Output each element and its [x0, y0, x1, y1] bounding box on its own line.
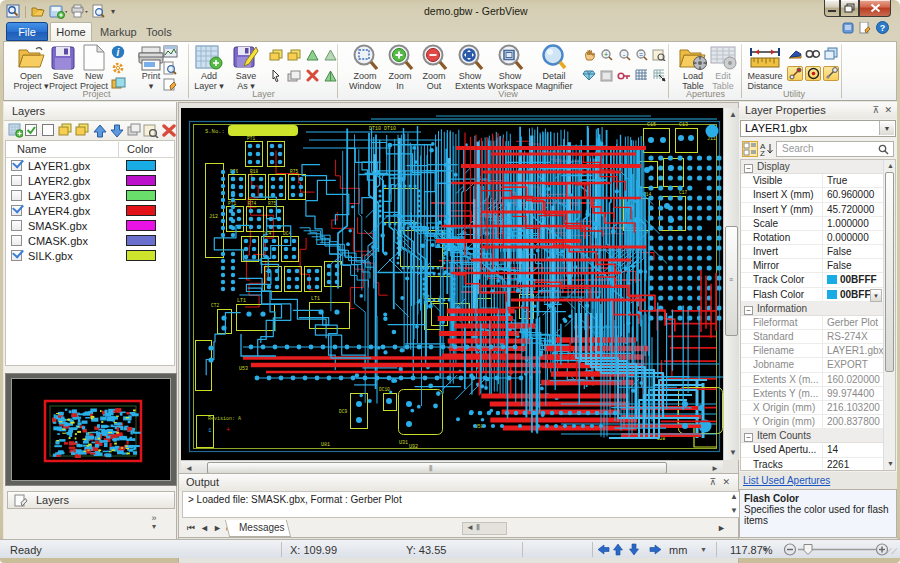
svg-text:LT1: LT1 [311, 296, 320, 302]
svg-text:1: 1 [208, 427, 212, 434]
svg-text:R74: R74 [248, 201, 256, 206]
svg-text:-: - [622, 50, 625, 59]
svg-text:=: = [639, 51, 643, 58]
svg-text:C13: C13 [679, 122, 688, 128]
svg-text:Revision: A: Revision: A [208, 416, 241, 422]
svg-text:U31: U31 [399, 440, 408, 446]
svg-text:CT2: CT2 [211, 303, 219, 308]
svg-text:R75: R75 [290, 169, 298, 174]
svg-text:DC9: DC9 [339, 409, 347, 414]
svg-text:U53: U53 [239, 366, 248, 372]
svg-text:DT10 DT10: DT10 DT10 [369, 126, 396, 132]
svg-text:DC10: DC10 [379, 387, 390, 392]
svg-text:U81: U81 [321, 442, 330, 448]
svg-text:S.No.:: S.No.: [205, 128, 225, 135]
svg-text:R75: R75 [268, 201, 276, 206]
svg-text:+: + [226, 426, 230, 434]
svg-text:R18: R18 [250, 169, 258, 174]
svg-text:C15: C15 [647, 122, 656, 128]
svg-text:J12: J12 [209, 214, 218, 220]
svg-text:PT1: PT1 [247, 136, 255, 141]
svg-text:U92: U92 [409, 444, 418, 450]
svg-text:?: ? [880, 23, 886, 33]
svg-text:+: + [604, 51, 608, 58]
svg-text:i: i [117, 47, 120, 58]
svg-text:Z: Z [760, 149, 765, 157]
svg-text:C17: C17 [679, 190, 687, 195]
svg-text:LT1: LT1 [237, 298, 246, 304]
